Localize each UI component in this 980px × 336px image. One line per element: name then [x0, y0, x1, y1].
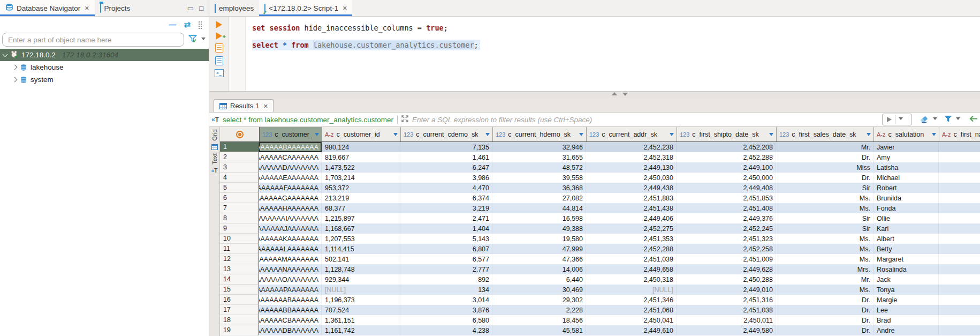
column-header-c_current_cdemo_sk[interactable]: 123c_current_cdemo_sk	[401, 127, 493, 141]
grid-cell[interactable]: AAAAAAAAIAAAAAAA	[259, 213, 322, 223]
grid-cell[interactable]: AAAAAAAACAAAAAAA	[259, 152, 322, 162]
maximize-panel-icon[interactable]: □	[199, 4, 203, 12]
filters-dropdown-icon[interactable]	[956, 117, 960, 122]
grid-cell[interactable]: 1,207,553	[322, 234, 400, 244]
grid-cell[interactable]: AAAAAAAACBAAAAAA	[259, 315, 322, 325]
minimize-panel-icon[interactable]: ▭	[187, 4, 194, 12]
grid-cell[interactable]: Sir	[776, 183, 873, 193]
close-icon[interactable]: ×	[85, 4, 89, 12]
grid-cell[interactable]: 6,577	[400, 254, 492, 264]
grid-cell[interactable]: 2,449,628	[677, 264, 776, 274]
grid-cell[interactable]: AAAAAAAAKAAAAAAA	[259, 234, 322, 244]
grid-cell[interactable]: 2,452,208	[677, 142, 776, 152]
execute-statement-icon[interactable]	[216, 21, 222, 28]
editor-tab-0[interactable]: employees	[209, 0, 259, 16]
sash-up-icon[interactable]	[612, 89, 617, 95]
grid-cell[interactable]: 7,135	[400, 142, 492, 152]
grid-cell[interactable]: 27,082	[492, 193, 586, 203]
grid-cell[interactable]: Dr.	[776, 305, 873, 315]
grid-cell[interactable]	[939, 315, 980, 325]
grid-cell[interactable]: 2,449,408	[677, 183, 776, 193]
grid-cell[interactable]: Karl	[873, 223, 939, 234]
grid-cell[interactable]: AAAAAAAAABAAAAAA	[259, 295, 322, 305]
grid-cell[interactable]: Betty	[873, 244, 939, 254]
grid-cell[interactable]	[939, 234, 980, 244]
grid-cell[interactable]: 1,703,214	[322, 173, 400, 183]
grid-cell[interactable]: 2,449,100	[677, 162, 776, 173]
grid-cell[interactable]: 2,452,275	[586, 223, 677, 234]
grid-cell[interactable]: Ms.	[776, 285, 873, 295]
grid-cell[interactable]: 2,451,038	[677, 305, 776, 315]
sort-dropdown-icon[interactable]	[485, 133, 490, 138]
column-header-c_current_addr_sk[interactable]: 123c_current_addr_sk	[587, 127, 677, 141]
chevron-right-icon[interactable]	[12, 77, 18, 83]
grid-cell[interactable]: 45,581	[492, 325, 586, 335]
sort-dropdown-icon[interactable]	[315, 133, 319, 138]
grid-cell[interactable]: 2,450,011	[677, 315, 776, 325]
grid-cell[interactable]: Fonda	[873, 203, 939, 213]
grid-cell[interactable]: 1,128,748	[322, 264, 400, 274]
grid-cell[interactable]	[939, 173, 980, 183]
grid-cell[interactable]: 2,452,318	[586, 152, 677, 162]
filter-dropdown-icon[interactable]	[201, 38, 206, 42]
grid-cell[interactable]: 3,219	[400, 203, 492, 213]
grid-cell[interactable]: AAAAAAAANAAAAAAA	[259, 264, 322, 274]
grid-cell[interactable]	[939, 244, 980, 254]
grid-cell[interactable]: 47,366	[492, 254, 586, 264]
grid-cell[interactable]: 2,452,245	[677, 223, 776, 234]
grid-cell[interactable]: 36,368	[492, 183, 586, 193]
grid-cell[interactable]: 2,449,438	[586, 183, 677, 193]
row-header[interactable]: 3	[220, 162, 259, 173]
grid-cell[interactable]: 14,006	[492, 264, 586, 274]
grid-cell[interactable]: 68,377	[322, 203, 400, 213]
grid-cell[interactable]: Dr.	[776, 173, 873, 183]
grid-cell[interactable]: Ms.	[776, 193, 873, 203]
grid-cell[interactable]: 6,807	[400, 244, 492, 254]
text-presentation-tab[interactable]: Text	[211, 153, 218, 165]
grid-cell[interactable]: 44,814	[492, 203, 586, 213]
grid-cell[interactable]: 2,449,580	[677, 325, 776, 335]
grid-cell[interactable]: 819,667	[322, 152, 400, 162]
row-header[interactable]: 8	[220, 213, 259, 223]
grid-cell[interactable]: AAAAAAAAPAAAAAAA	[259, 285, 322, 295]
grid-cell[interactable]: Brad	[873, 315, 939, 325]
grid-cell[interactable]: 134	[400, 285, 492, 295]
grid-cell[interactable]: Miss	[776, 162, 873, 173]
grid-cell[interactable]: 30,469	[492, 285, 586, 295]
erase-dropdown-icon[interactable]	[933, 117, 937, 122]
grid-cell[interactable]: 1,461	[400, 152, 492, 162]
grid-cell[interactable]: 1,196,373	[322, 295, 400, 305]
column-header-c_current_hdemo_sk[interactable]: 123c_current_hdemo_sk	[493, 127, 587, 141]
expand-filter-icon[interactable]	[401, 115, 408, 124]
row-header[interactable]: 15	[220, 285, 259, 295]
column-header-c_salutation[interactable]: A-zc_salutation	[874, 127, 939, 141]
select-all-cell[interactable]	[220, 127, 260, 141]
grid-cell[interactable]: AAAAAAAAGAAAAAAA	[259, 193, 322, 203]
grid-cell[interactable]: Javier	[873, 142, 939, 152]
grid-cell[interactable]: 980,124	[322, 142, 400, 152]
grid-cell[interactable]: 1,404	[400, 223, 492, 234]
grid-cell[interactable]: 4,238	[400, 325, 492, 335]
grid-cell[interactable]: AAAAAAAADBAAAAAA	[259, 325, 322, 335]
grid-cell[interactable]: AAAAAAAAEAAAAAAA	[259, 173, 322, 183]
grid-cell[interactable]: Mr.	[776, 142, 873, 152]
grid-cell[interactable]: 6,374	[400, 193, 492, 203]
grid-cell[interactable]: AAAAAAAAOAAAAAAA	[259, 274, 322, 285]
row-header[interactable]: 1	[220, 142, 259, 152]
apply-dropdown-icon[interactable]	[899, 117, 903, 122]
editor-results-sash[interactable]	[209, 91, 980, 99]
grid-cell[interactable]: Rosalinda	[873, 264, 939, 274]
row-header[interactable]: 18	[220, 315, 259, 325]
grid-cell[interactable]: AAAAAAAAFAAAAAAA	[259, 183, 322, 193]
grid-cell[interactable]: 2,450,318	[586, 274, 677, 285]
grid-cell[interactable]: 929,344	[322, 274, 400, 285]
grid-cell[interactable]: Ms.	[776, 244, 873, 254]
column-header-c_customer_sk[interactable]: 123c_customer_sk	[260, 127, 322, 141]
grid-cell[interactable]: 3,876	[400, 305, 492, 315]
grid-cell[interactable]: 47,999	[492, 244, 586, 254]
chevron-down-icon[interactable]	[3, 52, 8, 57]
grid-cell[interactable]: Albert	[873, 234, 939, 244]
grid-cell[interactable]: Jack	[873, 274, 939, 285]
grid-cell[interactable]: 2,449,376	[677, 213, 776, 223]
grid-cell[interactable]	[939, 325, 980, 335]
